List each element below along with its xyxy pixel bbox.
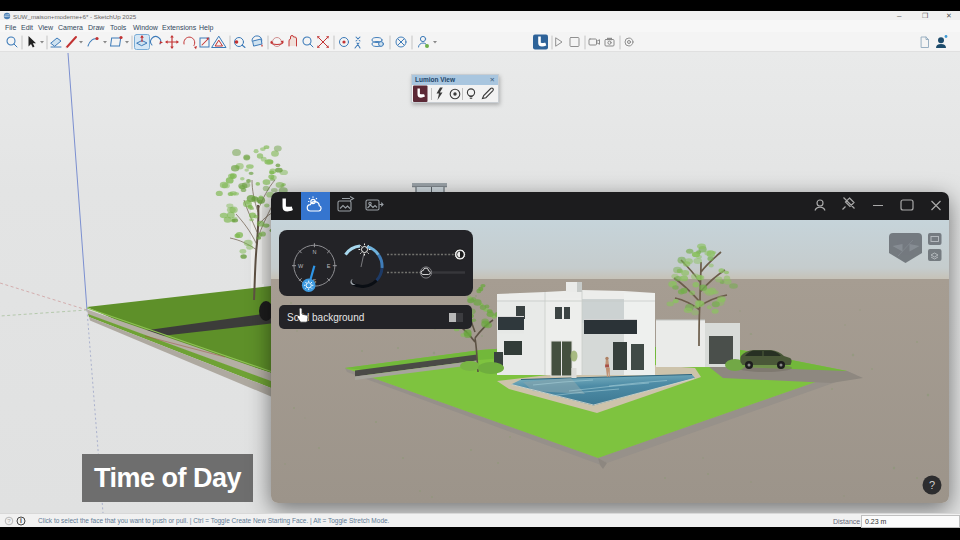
svg-text:N: N [312, 249, 316, 255]
svg-text:W: W [298, 263, 304, 269]
svg-text:i: i [20, 517, 22, 524]
svg-text:?: ? [929, 479, 935, 491]
svg-text:E: E [327, 263, 331, 269]
svg-text:?: ? [7, 518, 11, 524]
